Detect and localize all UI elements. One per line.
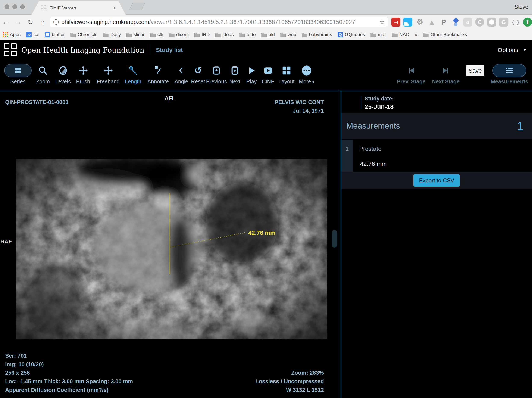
bookmark-star-icon[interactable]: ☆ [380, 19, 385, 26]
bookmark-apps[interactable]: Apps [3, 32, 20, 37]
tool-cine[interactable]: CINE [260, 60, 277, 85]
back-icon[interactable]: ← [0, 18, 12, 26]
image-scrollbar-thumb[interactable] [332, 230, 337, 248]
folder-icon [423, 32, 429, 37]
forward-icon[interactable]: → [12, 18, 24, 26]
gear-icon[interactable]: ⚙ [415, 18, 424, 26]
tool-label: Play [246, 78, 257, 85]
bookmark-old[interactable]: old [261, 32, 275, 37]
app-window: OHIF Viewer × Steve ← → ↻ ⌂ ⓘ ohifviewer… [0, 0, 532, 398]
length-icon [128, 64, 138, 77]
ohif-toolbar: Series Zoom Levels Brush Freehand Length [0, 60, 532, 91]
measurements-toggle[interactable]: Measurements [491, 60, 528, 85]
study-date-value: 25-Jun-18 [365, 103, 393, 110]
bookmark-cal[interactable]: 30cal [26, 32, 39, 37]
bookmark-babybrains[interactable]: babybrains [302, 32, 332, 37]
prev-stage-button[interactable]: Prev. Stage [397, 60, 425, 85]
close-window-icon[interactable] [5, 5, 9, 9]
contrast-icon [58, 64, 68, 77]
tool-previous[interactable]: Previous [206, 60, 227, 85]
lastpass-icon[interactable]: •••| [391, 18, 400, 26]
bookmark-todo[interactable]: todo [239, 32, 256, 37]
chevron-down-icon[interactable]: ▼ [523, 47, 527, 52]
list-icon [493, 64, 526, 77]
measurement-row-value: 42.76 mm [360, 160, 387, 167]
macos-window-controls[interactable] [5, 5, 25, 9]
tool-series[interactable]: Series [3, 60, 33, 85]
drive-icon[interactable]: ▲ [427, 18, 436, 26]
tool-next[interactable]: Next [227, 60, 243, 85]
bookmark-chronicle[interactable]: Chronicle [70, 32, 97, 37]
image-viewport[interactable]: QIN-PROSTATE-01-0001 AFL PELVIS W/O CONT… [0, 91, 341, 398]
cine-icon [263, 64, 273, 77]
tool-label: Next [229, 78, 240, 85]
bookmark-ideas[interactable]: ideas [215, 32, 234, 37]
skip-forward-icon [441, 64, 450, 77]
folder-icon [194, 32, 200, 37]
tool-levels[interactable]: Levels [53, 60, 73, 85]
bookmark-label: dicom [176, 32, 189, 37]
pocket-icon[interactable]: P [439, 18, 448, 26]
options-menu[interactable]: Options [498, 47, 519, 53]
folder-icon [70, 32, 76, 37]
tool-brush[interactable]: Brush [73, 60, 93, 85]
ohif-logo-icon[interactable] [4, 43, 17, 57]
site-info-icon[interactable]: ⓘ [53, 18, 59, 26]
save-button[interactable]: Save [466, 65, 484, 76]
minimize-window-icon[interactable] [13, 5, 17, 9]
chat-icon[interactable]: a [463, 18, 472, 26]
measurement-row[interactable]: 1 Prostate 42.76 mm [341, 140, 532, 172]
bookmark-nac[interactable]: NAC [392, 32, 409, 37]
bookmark-gqueues[interactable]: QGQueues [338, 32, 365, 37]
tool-play[interactable]: Play [243, 60, 260, 85]
diigo-icon[interactable] [451, 18, 460, 26]
reload-icon[interactable]: ↻ [24, 18, 37, 26]
zoom-window-icon[interactable] [20, 5, 25, 9]
bookmarks-bar: Apps 30cal blotter Chronicle Daily slice… [0, 30, 532, 40]
bookmark-web[interactable]: web [280, 32, 296, 37]
bookmark-ird[interactable]: IRD [194, 32, 209, 37]
tool-more[interactable]: More▾ [297, 60, 317, 85]
bookmark-mail[interactable]: mail [370, 32, 386, 37]
bookmark-slicer[interactable]: slicer [126, 32, 145, 37]
bookmark-label: Chronicle [77, 32, 97, 37]
new-tab-button[interactable] [129, 3, 145, 10]
g-icon[interactable]: G [499, 18, 508, 26]
tool-angle[interactable]: Angle [173, 60, 190, 85]
measurement-row-label: Prostate [359, 146, 381, 152]
url-bar[interactable]: ⓘ ohifviewer-staging.herokuapp.com/viewe… [50, 17, 388, 27]
bookmark-daily[interactable]: Daily [103, 32, 121, 37]
bookmark-ctk[interactable]: ctk [150, 32, 164, 37]
url-text[interactable]: ohifviewer-staging.herokuapp.com/viewer/… [61, 19, 377, 26]
camera-icon[interactable] [487, 18, 496, 26]
tab-close-icon[interactable]: × [113, 5, 116, 11]
series-number: Ser: 701 [5, 351, 133, 360]
export-csv-button[interactable]: Export to CSV [413, 174, 460, 186]
notes-icon[interactable] [403, 18, 412, 26]
bookmarks-overflow-chevron[interactable]: » [415, 32, 418, 38]
url-domain: ohifviewer-staging.herokuapp.com [61, 19, 149, 25]
bookmark-dicom[interactable]: dicom [169, 32, 189, 37]
study-date-overlay: Jul 14, 1971 [293, 108, 324, 114]
tool-reset[interactable]: ↺ Reset [190, 60, 206, 85]
study-list-link[interactable]: Study list [156, 47, 183, 53]
circle-c-icon[interactable]: C [475, 18, 484, 26]
bookmark-label: web [288, 32, 296, 37]
mri-image[interactable] [16, 159, 327, 339]
tool-freehand[interactable]: Freehand [93, 60, 123, 85]
browser-tab[interactable]: OHIF Viewer × [32, 1, 126, 14]
tool-length[interactable]: Length [123, 60, 143, 85]
patient-id-overlay: QIN-PROSTATE-01-0001 [5, 99, 69, 106]
next-stage-button[interactable]: Next Stage [432, 60, 460, 85]
folder-icon [370, 32, 376, 37]
tool-layout[interactable]: Layout [277, 60, 297, 85]
json-formatter-icon[interactable]: {≡} [511, 18, 520, 26]
other-bookmarks[interactable]: Other Bookmarks [423, 32, 467, 37]
uploader-icon[interactable]: ⬆ [523, 18, 532, 26]
browser-profile-name[interactable]: Steve [514, 4, 528, 10]
bookmark-blotter[interactable]: blotter [45, 32, 65, 37]
tool-annotate[interactable]: Annotate [143, 60, 173, 85]
tool-zoom[interactable]: Zoom [33, 60, 53, 85]
render-info-overlay: Zoom: 283% Lossless / Uncompressed W 313… [255, 368, 324, 394]
home-icon[interactable]: ⌂ [37, 18, 49, 26]
